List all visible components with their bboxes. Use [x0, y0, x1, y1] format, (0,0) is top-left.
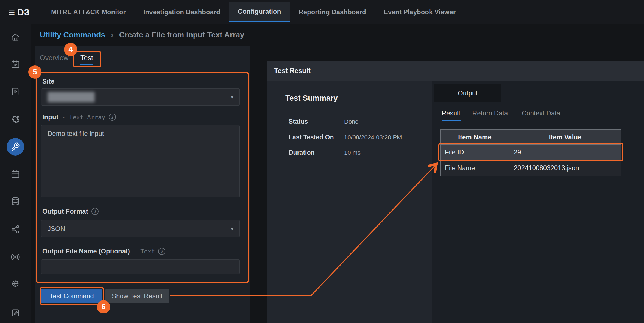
sidebar-item-event-monitor[interactable]	[7, 56, 24, 73]
output-file-name-label-text: Output File Name (Optional)	[42, 247, 130, 255]
sidebar-item-data-management[interactable]	[7, 192, 24, 210]
top-nav-items: MITRE ATT&CK Monitor Investigation Dashb…	[42, 0, 464, 24]
summary-last-tested-label: Last Tested On	[289, 134, 334, 141]
site-label: Site	[42, 78, 54, 85]
report-pencil-icon	[11, 308, 20, 318]
sidebar-item-home[interactable]	[7, 28, 24, 46]
summary-status-label: Status	[289, 118, 308, 125]
cell-file-id-value: 29	[509, 144, 621, 160]
output-file-name-type-hint: - Text	[133, 248, 155, 255]
info-icon[interactable]: i	[91, 208, 99, 215]
sidebar-item-integrations[interactable]	[7, 111, 24, 128]
playbook-icon	[11, 87, 20, 96]
sidebar-item-reports[interactable]	[7, 304, 24, 322]
sidebar-item-schedule[interactable]	[7, 165, 24, 183]
active-tab-underline	[442, 120, 461, 121]
chevron-down-icon: ▾	[231, 225, 233, 232]
site-value-redacted	[48, 92, 95, 102]
page-title: Create a File from input Text Array	[119, 31, 244, 39]
summary-duration-label: Duration	[289, 149, 315, 156]
sidebar-item-utility-commands[interactable]	[7, 138, 24, 156]
database-icon	[11, 197, 20, 206]
output-format-value: JSON	[48, 225, 65, 233]
cell-file-id-name: File ID	[440, 144, 509, 160]
table-row-file-id: File ID 29	[440, 145, 621, 160]
broadcast-icon	[11, 252, 20, 262]
file-link[interactable]: 20241008032013.json	[514, 164, 579, 172]
globe-icon	[11, 280, 20, 289]
test-result-header: Test Result	[267, 61, 644, 81]
table-header-row: Item Name Item Value	[440, 129, 621, 145]
table-row-file-name: File Name 20241008032013.json	[440, 160, 621, 176]
tab-overview[interactable]: Overview	[40, 54, 68, 64]
share-nodes-icon	[11, 225, 20, 234]
info-icon[interactable]: i	[158, 248, 165, 255]
input-textarea[interactable]: Demo text file input	[41, 125, 240, 197]
summary-last-tested-value: 10/08/2024 03:20 PM	[344, 134, 402, 141]
integrations-puzzle-icon	[11, 115, 20, 124]
nav-configuration[interactable]: Configuration	[229, 2, 290, 22]
nav-investigation-dashboard[interactable]: Investigation Dashboard	[135, 0, 229, 24]
col-header-item-name: Item Name	[440, 129, 509, 145]
cell-file-name-name: File Name	[440, 160, 509, 176]
test-command-button[interactable]: Test Command	[41, 289, 102, 303]
sidebar-item-broadcast[interactable]	[7, 248, 24, 266]
sidebar-item-playbooks[interactable]	[7, 83, 24, 100]
d3-logo-icon: ≡	[8, 6, 15, 18]
breadcrumb: Utility Commands › Create a File from in…	[40, 30, 244, 40]
calendar-icon	[11, 169, 20, 179]
top-nav-bar: ≡ D3 MITRE ATT&CK Monitor Investigation …	[0, 0, 644, 24]
input-label: Input - Text Array i	[42, 113, 116, 121]
sidebar-item-connections[interactable]	[7, 220, 24, 238]
test-result-title: Test Result	[274, 67, 311, 75]
d3-logo[interactable]: ≡ D3	[8, 6, 38, 18]
nav-event-playbook-viewer[interactable]: Event Playbook Viewer	[375, 0, 464, 24]
tab-test[interactable]: Test	[80, 54, 93, 65]
info-icon[interactable]: i	[109, 114, 116, 121]
output-format-dropdown[interactable]: JSON ▾	[41, 220, 240, 237]
test-summary-title: Test Summary	[285, 94, 338, 103]
col-header-item-value: Item Value	[509, 129, 621, 145]
breadcrumb-parent-link[interactable]: Utility Commands	[40, 31, 105, 39]
nav-mitre-attck-monitor[interactable]: MITRE ATT&CK Monitor	[42, 0, 135, 24]
output-format-label-text: Output Format	[42, 208, 88, 215]
cell-file-name-value: 20241008032013.json	[509, 160, 621, 176]
icon-sidebar	[0, 24, 31, 323]
app-root: ≡ D3 MITRE ATT&CK Monitor Investigation …	[0, 0, 644, 323]
tab-output[interactable]: Output	[434, 84, 501, 102]
tab-context-data[interactable]: Context Data	[522, 109, 560, 117]
site-label-text: Site	[42, 78, 54, 85]
tab-result[interactable]: Result	[442, 109, 460, 117]
output-file-name-input[interactable]	[41, 259, 240, 274]
result-table: Item Name Item Value File ID 29 File Nam…	[440, 129, 621, 176]
input-label-text: Input	[42, 113, 58, 121]
chevron-down-icon: ▾	[231, 94, 233, 100]
input-type-hint: - Text Array	[62, 114, 105, 121]
tab-return-data[interactable]: Return Data	[472, 109, 508, 117]
home-icon	[11, 32, 20, 42]
nav-reporting-dashboard[interactable]: Reporting Dashboard	[290, 0, 375, 24]
output-file-name-label: Output File Name (Optional) - Text i	[42, 247, 165, 255]
wrench-icon	[11, 142, 20, 151]
summary-duration-value: 10 ms	[344, 149, 361, 156]
show-test-result-button[interactable]: Show Test Result	[105, 289, 169, 303]
sidebar-item-geolocation[interactable]	[7, 275, 24, 293]
site-dropdown[interactable]: ▾	[41, 88, 240, 106]
breadcrumb-separator-icon: ›	[111, 30, 114, 40]
summary-status-value: Done	[344, 118, 359, 125]
output-format-label: Output Format i	[42, 208, 99, 215]
d3-logo-text: D3	[17, 7, 30, 18]
event-monitor-icon	[11, 60, 20, 69]
